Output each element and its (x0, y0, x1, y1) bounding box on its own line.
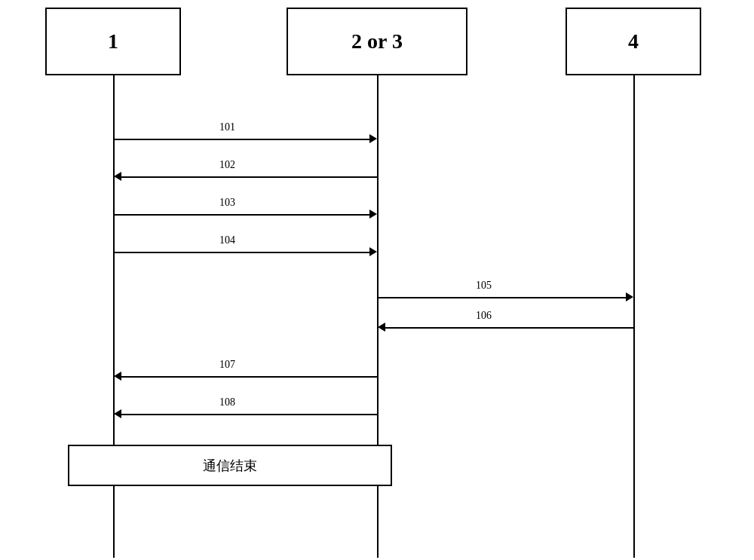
arrow-102-label: 102 (219, 159, 235, 171)
arrow-105-label: 105 (476, 280, 492, 292)
arrow-103: 103 (114, 207, 377, 222)
entity-1: 1 (45, 8, 181, 75)
arrow-106-label: 106 (476, 310, 492, 322)
arrow-102: 102 (114, 170, 377, 185)
entity-2or3-label: 2 or 3 (351, 29, 403, 54)
arrow-107: 107 (114, 369, 377, 384)
comm-end-box: 通信结束 (68, 445, 392, 486)
arrow-104-label: 104 (219, 234, 235, 246)
arrow-107-label: 107 (219, 359, 235, 371)
lifeline-4 (633, 75, 635, 558)
arrow-108-label: 108 (219, 396, 235, 409)
arrow-106: 106 (378, 320, 633, 335)
arrow-101: 101 (114, 132, 377, 147)
arrow-105: 105 (378, 290, 633, 305)
arrow-108: 108 (114, 407, 377, 422)
entity-2or3: 2 or 3 (287, 8, 467, 75)
arrow-103-label: 103 (219, 197, 235, 209)
arrow-104: 104 (114, 245, 377, 260)
entity-4-label: 4 (628, 29, 639, 54)
comm-end-label: 通信结束 (203, 457, 257, 475)
entity-1-label: 1 (108, 29, 118, 54)
entity-4: 4 (566, 8, 701, 75)
arrow-101-label: 101 (219, 121, 235, 133)
sequence-diagram: 1 2 or 3 4 101 102 103 (0, 0, 754, 560)
